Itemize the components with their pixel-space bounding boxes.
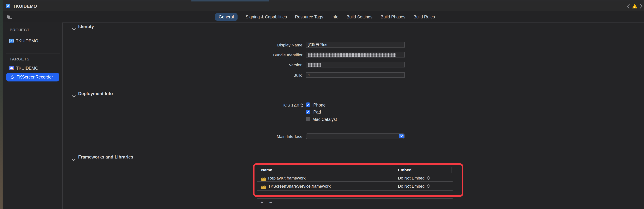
table-footer-divider <box>257 198 452 199</box>
row-separator <box>257 190 452 190</box>
main-interface-combobox[interactable] <box>306 133 404 139</box>
tab-general[interactable]: General <box>215 13 238 21</box>
identity-section-title: Identity <box>78 24 94 29</box>
background-window-strip <box>2 0 644 1</box>
sidebar-divider <box>6 53 60 53</box>
deployment-target-value[interactable]: iOS 12.0 <box>244 103 299 107</box>
sidebar-item-label: TKScreenRecorder <box>16 75 53 79</box>
background-window-tab <box>192 0 269 1</box>
build-label: Build <box>229 73 302 77</box>
project-targets-sidebar: PROJECT A TKUIDEMO TARGETS TKUIDEMO <box>2 22 63 209</box>
column-divider[interactable] <box>451 167 452 173</box>
ipad-checkbox-label: iPad <box>312 110 321 114</box>
stepper-icon <box>427 184 430 188</box>
back-chevron-icon[interactable] <box>627 4 630 8</box>
bundle-identifier-field[interactable] <box>306 52 404 57</box>
redacted-mosaic <box>308 63 321 67</box>
sidebar-item-target-tkscreenrecorder[interactable]: TKScreenRecorder <box>6 73 59 81</box>
tab-build-settings[interactable]: Build Settings <box>346 13 372 21</box>
iphone-checkbox[interactable] <box>306 102 310 107</box>
section-separator <box>69 86 641 86</box>
sidebar-toggle-icon[interactable] <box>8 15 12 19</box>
version-label: Version <box>229 63 302 67</box>
warning-badge-icon[interactable] <box>632 4 637 8</box>
bundle-identifier-label: Bundle Identifier <box>229 53 302 57</box>
sidebar-item-label: TKUIDEMO <box>16 39 38 43</box>
app-store-icon: A <box>6 4 10 8</box>
section-separator <box>69 149 641 149</box>
embed-value: Do Not Embed <box>398 176 424 180</box>
iphone-checkbox-label: iPhone <box>312 103 326 107</box>
stepper-icon <box>427 176 430 180</box>
desktop-background-sliver <box>0 0 2 209</box>
column-divider[interactable] <box>396 167 396 173</box>
row-separator <box>257 181 452 182</box>
column-header-name[interactable]: Name <box>261 168 272 172</box>
xcode-window: A TKUIDEMO General Signing & Capabilitie… <box>0 0 644 209</box>
targets-section-header: TARGETS <box>10 57 30 61</box>
table-header-underline <box>257 174 452 174</box>
column-header-embed[interactable]: Embed <box>398 168 412 172</box>
sidebar-item-project-tkuidemo[interactable]: A TKUIDEMO <box>9 38 38 43</box>
build-field[interactable]: 1 <box>306 72 404 78</box>
chevron-down-icon[interactable] <box>72 25 76 32</box>
ipad-checkbox[interactable] <box>306 110 310 114</box>
tab-build-phases[interactable]: Build Phases <box>381 13 405 21</box>
main-interface-label: Main Interface <box>229 134 302 139</box>
project-section-header: PROJECT <box>10 28 30 32</box>
titlebar: A TKUIDEMO <box>2 1 644 11</box>
remove-framework-button[interactable]: − <box>269 200 272 205</box>
framework-row-name[interactable]: ReplayKit.framework <box>268 176 306 180</box>
combo-dropdown-button[interactable] <box>399 134 404 138</box>
redacted-mosaic <box>308 53 396 57</box>
mac-catalyst-checkbox[interactable] <box>306 117 310 121</box>
tab-build-rules[interactable]: Build Rules <box>414 13 435 21</box>
red-annotation-box <box>253 163 463 197</box>
toolbar: General Signing & Capabilities Resource … <box>2 11 644 23</box>
deployment-section-title: Deployment Info <box>78 91 113 96</box>
embed-dropdown[interactable]: Do Not Embed <box>398 184 430 188</box>
app-store-icon: A <box>9 39 14 43</box>
add-framework-button[interactable]: + <box>260 200 263 205</box>
sidebar-item-label: TKUIDEMO <box>16 66 38 70</box>
window-title: TKUIDEMO <box>13 4 37 9</box>
tab-signing-capabilities[interactable]: Signing & Capabilities <box>246 13 287 21</box>
tab-info[interactable]: Info <box>332 13 338 21</box>
sidebar-item-target-tkuidemo[interactable]: TKUIDEMO <box>9 66 38 71</box>
forward-chevron-icon[interactable] <box>640 4 642 8</box>
screen-recorder-icon <box>10 75 14 79</box>
display-name-label: Display Name <box>229 43 302 47</box>
version-field[interactable] <box>306 62 404 67</box>
embed-dropdown[interactable]: Do Not Embed <box>398 176 430 180</box>
frameworks-section-title: Frameworks and Libraries <box>78 155 133 160</box>
chevron-down-icon[interactable] <box>72 156 76 163</box>
talkcloud-app-icon <box>9 66 14 71</box>
mac-catalyst-checkbox-label: Mac Catalyst <box>312 117 337 121</box>
chevron-down-icon[interactable] <box>72 93 76 99</box>
stepper-icon[interactable] <box>300 102 303 109</box>
framework-row-name[interactable]: TKScreenShareService.framework <box>268 184 331 188</box>
display-name-field[interactable]: 拓课云Plus <box>306 42 404 47</box>
chevron-down-icon <box>400 135 403 137</box>
tab-resource-tags[interactable]: Resource Tags <box>295 13 323 21</box>
framework-icon <box>261 184 266 191</box>
nav-controls <box>627 1 642 11</box>
embed-value: Do Not Embed <box>398 184 424 188</box>
tab-bar: General Signing & Capabilities Resource … <box>215 13 435 21</box>
